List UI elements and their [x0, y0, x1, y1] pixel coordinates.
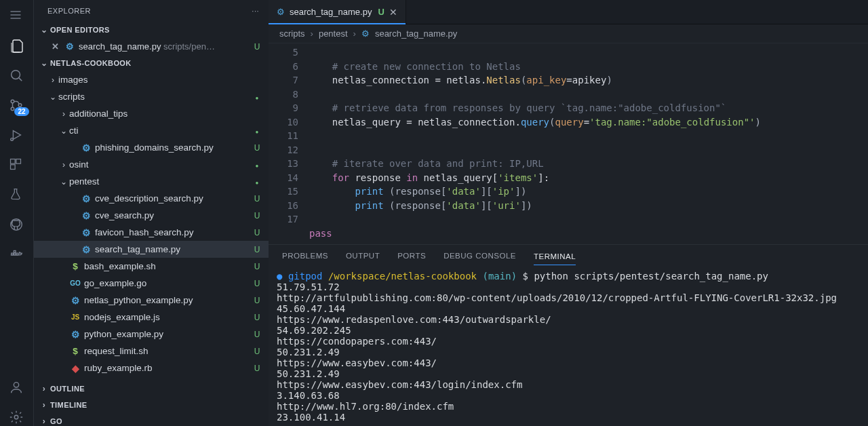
close-icon[interactable]: ✕: [49, 41, 61, 52]
python-icon: ⚙: [80, 227, 92, 238]
explorer-icon[interactable]: [9, 38, 25, 54]
python-icon: ⚙: [80, 193, 92, 204]
close-icon[interactable]: ✕: [389, 7, 397, 18]
svg-point-3: [11, 71, 20, 79]
github-icon[interactable]: [9, 217, 25, 233]
js-icon: JS: [69, 313, 81, 321]
svg-point-5: [11, 100, 14, 103]
section-go[interactable]: ›GO: [34, 413, 269, 426]
go-icon: GO: [69, 279, 81, 287]
file-go[interactable]: GOgo_example.goU: [34, 275, 269, 292]
file-phishing[interactable]: ⚙phishing_domains_search.pyU: [34, 139, 269, 156]
python-icon: ⚙: [80, 244, 92, 255]
explorer-sidebar: EXPLORER ··· ⌄ OPEN EDITORS ✕ ⚙ search_t…: [34, 0, 269, 426]
section-timeline[interactable]: ›TIMELINE: [34, 397, 269, 413]
explorer-title: EXPLORER: [47, 7, 252, 15]
search-icon[interactable]: [9, 68, 25, 84]
file-python-ex[interactable]: ⚙python_example.pyU: [34, 326, 269, 343]
svg-point-7: [18, 104, 22, 107]
breadcrumb[interactable]: scripts› pentest› ⚙ search_tag_name.py: [269, 24, 868, 43]
tab-output[interactable]: OUTPUT: [346, 252, 380, 261]
folder-pentest[interactable]: ⌄pentest: [34, 173, 269, 190]
folder-cti[interactable]: ⌄cti: [34, 122, 269, 139]
python-icon: ⚙: [277, 7, 285, 17]
gear-icon[interactable]: [9, 410, 25, 426]
panel-tabs: PROBLEMS OUTPUT PORTS DEBUG CONSOLE TERM…: [269, 245, 868, 268]
tab-search-tag[interactable]: ⚙ search_tag_name.py U ✕: [269, 0, 406, 24]
terminal[interactable]: ● gitpod /workspace/netlas-cookbook (mai…: [269, 268, 868, 426]
section-project[interactable]: ⌄ NETLAS-COOKBOOK: [34, 55, 269, 71]
folder-images[interactable]: ›images: [34, 71, 269, 88]
shell-icon: $: [69, 346, 81, 356]
file-netlas-py[interactable]: ⚙netlas_python_example.pyU: [34, 292, 269, 309]
code-content[interactable]: # create new connection to Netlas netlas…: [309, 45, 868, 244]
account-icon[interactable]: [9, 380, 25, 396]
python-icon: ⚙: [361, 28, 370, 39]
extensions-icon[interactable]: [9, 157, 25, 174]
open-editor-item[interactable]: ✕ ⚙ search_tag_name.py scripts/pen… U: [34, 38, 269, 55]
svg-rect-17: [14, 251, 16, 253]
file-ruby[interactable]: ◆ruby_example.rbU: [34, 360, 269, 376]
debug-icon[interactable]: [9, 128, 25, 144]
python-icon: ⚙: [69, 329, 81, 340]
file-nodejs[interactable]: JSnodejs_example.jsU: [34, 309, 269, 326]
file-cve-search[interactable]: ⚙cve_search.pyU: [34, 207, 269, 224]
file-cve-desc[interactable]: ⚙cve_description_search.pyU: [34, 190, 269, 207]
svg-rect-10: [10, 159, 15, 164]
scm-badge: 22: [14, 107, 28, 116]
menu-icon[interactable]: [9, 8, 25, 24]
svg-rect-12: [10, 165, 15, 170]
code-editor[interactable]: 567891011121314151617 # create new conne…: [269, 43, 868, 244]
file-request-limit[interactable]: $request_limit.shU: [34, 343, 269, 360]
svg-point-18: [14, 383, 18, 387]
svg-point-9: [10, 138, 13, 141]
activity-bar: 22: [0, 0, 34, 426]
python-icon: ⚙: [80, 142, 92, 153]
svg-marker-8: [13, 131, 20, 140]
svg-line-4: [19, 78, 22, 81]
python-icon: ⚙: [69, 295, 81, 306]
shell-icon: $: [69, 261, 81, 271]
chevron-down-icon: ⌄: [39, 25, 49, 35]
docker-icon[interactable]: [9, 247, 25, 263]
file-favicon[interactable]: ⚙favicon_hash_search.pyU: [34, 224, 269, 241]
svg-point-6: [11, 107, 14, 111]
section-open-editors[interactable]: ⌄ OPEN EDITORS: [34, 22, 269, 38]
chevron-down-icon: ⌄: [39, 58, 49, 68]
tab-ports[interactable]: PORTS: [397, 252, 426, 261]
source-control-icon[interactable]: 22: [9, 98, 25, 114]
tab-problems[interactable]: PROBLEMS: [282, 252, 328, 261]
file-tree: ›images ⌄scripts ›additional_tips ⌄cti ⚙…: [34, 71, 269, 381]
line-gutter: 567891011121314151617: [269, 45, 309, 244]
svg-point-19: [14, 415, 18, 419]
file-bash[interactable]: $bash_example.shU: [34, 258, 269, 275]
tab-terminal[interactable]: TERMINAL: [534, 248, 576, 265]
folder-scripts[interactable]: ⌄scripts: [34, 88, 269, 105]
section-outline[interactable]: ›OUTLINE: [34, 381, 269, 397]
more-icon[interactable]: ···: [252, 7, 259, 15]
python-icon: ⚙: [80, 210, 92, 221]
file-search-tag[interactable]: ⚙search_tag_name.pyU: [34, 241, 269, 258]
flask-icon[interactable]: [9, 187, 25, 204]
folder-osint[interactable]: ›osint: [34, 156, 269, 173]
tab-bar: ⚙ search_tag_name.py U ✕: [269, 0, 868, 24]
editor-group: ⚙ search_tag_name.py U ✕ scripts› pentes…: [269, 0, 868, 426]
ruby-icon: ◆: [69, 363, 81, 374]
svg-rect-11: [16, 159, 20, 164]
bottom-panel: PROBLEMS OUTPUT PORTS DEBUG CONSOLE TERM…: [269, 244, 868, 426]
tab-debug-console[interactable]: DEBUG CONSOLE: [443, 252, 516, 261]
python-icon: ⚙: [64, 41, 76, 52]
folder-additional-tips[interactable]: ›additional_tips: [34, 105, 269, 122]
